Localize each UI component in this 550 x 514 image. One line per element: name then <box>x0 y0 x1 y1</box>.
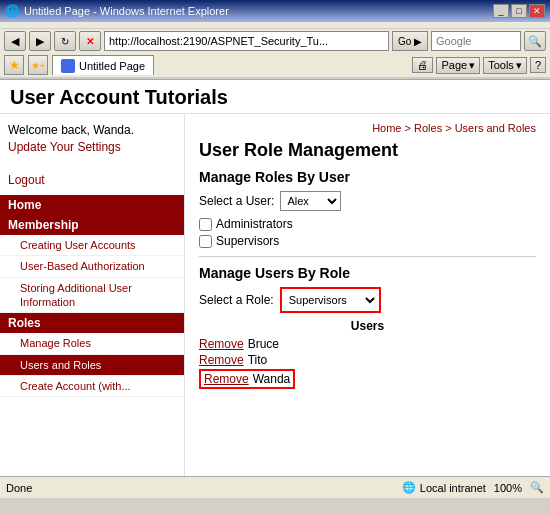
zoom-icon: 🔍 <box>530 481 544 494</box>
menu-help[interactable] <box>75 24 79 26</box>
checkbox-supervisors-label: Supervisors <box>216 234 279 248</box>
sidebar-home-header[interactable]: Home <box>0 195 184 215</box>
update-settings-link[interactable]: Update Your Settings <box>8 139 176 156</box>
status-text: Done <box>6 482 32 494</box>
checkbox-administrators-label: Administrators <box>216 217 293 231</box>
close-button[interactable]: ✕ <box>529 4 545 18</box>
page-layout: Welcome back, Wanda. Update Your Setting… <box>0 114 550 476</box>
sidebar-roles-header: Roles <box>0 313 184 333</box>
breadcrumb-current: Users and Roles <box>455 122 536 134</box>
role-select[interactable]: Administrators Supervisors <box>283 290 378 310</box>
menu-file[interactable] <box>5 24 9 26</box>
breadcrumb: Home > Roles > Users and Roles <box>199 122 536 134</box>
select-role-row: Select a Role: Administrators Supervisor… <box>199 287 536 313</box>
window-title: Untitled Page - Windows Internet Explore… <box>24 5 229 17</box>
help-label: ? <box>535 59 541 71</box>
user-select[interactable]: Alex Bruce Tito Wanda <box>280 191 341 211</box>
refresh-button[interactable]: ↻ <box>54 31 76 51</box>
sidebar: Welcome back, Wanda. Update Your Setting… <box>0 114 185 476</box>
search-input[interactable] <box>431 31 521 51</box>
maximize-button[interactable]: □ <box>511 4 527 18</box>
select-user-label: Select a User: <box>199 194 274 208</box>
sidebar-item-storing-user-info[interactable]: Storing Additional User Information <box>0 278 184 314</box>
tools-label: Tools <box>488 59 514 71</box>
user-bruce-name: Bruce <box>248 337 279 351</box>
minimize-button[interactable]: _ <box>493 4 509 18</box>
page-menu-button[interactable]: Page ▾ <box>436 57 480 74</box>
toolbar-row: ★ ★+ Untitled Page 🖨 Page ▾ Tools ▾ ? <box>0 53 550 79</box>
add-favorites-button[interactable]: ★+ <box>28 55 48 75</box>
sidebar-item-users-and-roles[interactable]: Users and Roles <box>0 355 184 376</box>
sidebar-section-membership: Membership Creating User Accounts User-B… <box>0 215 184 313</box>
status-zone: 🌐 Local intranet <box>402 481 486 494</box>
content-title: User Role Management <box>199 140 536 161</box>
sidebar-welcome: Welcome back, Wanda. Update Your Setting… <box>0 122 184 195</box>
browser-icon: 🌐 <box>5 4 20 18</box>
status-bar: Done 🌐 Local intranet 100% 🔍 <box>0 476 550 498</box>
help-button[interactable]: ? <box>530 57 546 73</box>
remove-bruce-link[interactable]: Remove <box>199 337 244 351</box>
page-label: Page <box>441 59 467 71</box>
divider <box>199 256 536 257</box>
stop-button[interactable]: ✕ <box>79 31 101 51</box>
back-button[interactable]: ◀ <box>4 31 26 51</box>
print-button[interactable]: 🖨 <box>412 57 433 73</box>
manage-by-user-title: Manage Roles By User <box>199 169 536 185</box>
go-button[interactable]: Go ▶ <box>392 31 428 51</box>
title-bar: 🌐 Untitled Page - Windows Internet Explo… <box>0 0 550 22</box>
select-role-label: Select a Role: <box>199 293 274 307</box>
tools-menu-button[interactable]: Tools ▾ <box>483 57 527 74</box>
select-user-row: Select a User: Alex Bruce Tito Wanda <box>199 191 536 211</box>
forward-button[interactable]: ▶ <box>29 31 51 51</box>
breadcrumb-sep1: > Roles > <box>405 122 455 134</box>
sidebar-item-user-based-auth[interactable]: User-Based Authorization <box>0 256 184 277</box>
tab-area: Untitled Page <box>52 55 154 75</box>
checkbox-supervisors[interactable] <box>199 235 212 248</box>
manage-by-role-title: Manage Users By Role <box>199 265 536 281</box>
user-tito-name: Tito <box>248 353 268 367</box>
address-input[interactable] <box>104 31 389 51</box>
sidebar-section-home: Home <box>0 195 184 215</box>
users-table: Users Remove Bruce Remove Tito Remove Wa… <box>199 319 536 389</box>
status-right: 🌐 Local intranet 100% 🔍 <box>402 481 544 494</box>
sidebar-membership-header: Membership <box>0 215 184 235</box>
menu-tools[interactable] <box>61 24 65 26</box>
toolbar-right: 🖨 Page ▾ Tools ▾ ? <box>412 57 546 74</box>
checkbox-supervisors-row: Supervisors <box>199 234 536 248</box>
tab-label: Untitled Page <box>79 60 145 72</box>
zoom-level: 100% <box>494 482 522 494</box>
remove-tito-link[interactable]: Remove <box>199 353 244 367</box>
users-header: Users <box>199 319 536 333</box>
main-content: Home > Roles > Users and Roles User Role… <box>185 114 550 476</box>
browser-tab[interactable]: Untitled Page <box>52 55 154 75</box>
ie-chrome: ◀ ▶ ↻ ✕ Go ▶ 🔍 ★ ★+ Untitled Page 🖨 Page… <box>0 22 550 80</box>
search-go-button[interactable]: 🔍 <box>524 31 546 51</box>
remove-wanda-link[interactable]: Remove <box>204 372 249 386</box>
logout-link[interactable]: Logout <box>8 172 176 189</box>
breadcrumb-home[interactable]: Home <box>372 122 401 134</box>
checkbox-administrators[interactable] <box>199 218 212 231</box>
zone-icon: 🌐 <box>402 481 416 494</box>
zone-text: Local intranet <box>420 482 486 494</box>
user-wanda-name: Wanda <box>253 372 291 386</box>
checkbox-administrators-row: Administrators <box>199 217 536 231</box>
user-row-bruce: Remove Bruce <box>199 337 536 351</box>
menu-favorites[interactable] <box>47 24 51 26</box>
menu-bar <box>0 22 550 29</box>
sidebar-section-roles: Roles Manage Roles Users and Roles Creat… <box>0 313 184 397</box>
page-header: User Account Tutorials <box>0 80 550 114</box>
menu-view[interactable] <box>33 24 37 26</box>
page-main-heading: User Account Tutorials <box>10 86 540 109</box>
role-select-box: Administrators Supervisors <box>280 287 381 313</box>
browser-content: User Account Tutorials Welcome back, Wan… <box>0 80 550 476</box>
welcome-text: Welcome back, Wanda. <box>8 123 134 137</box>
sidebar-item-create-account[interactable]: Create Account (with... <box>0 376 184 397</box>
wanda-row-highlighted: Remove Wanda <box>199 369 295 389</box>
user-row-wanda: Remove Wanda <box>199 369 536 389</box>
sidebar-item-manage-roles[interactable]: Manage Roles <box>0 333 184 354</box>
window-controls[interactable]: _ □ ✕ <box>493 4 545 18</box>
menu-edit[interactable] <box>19 24 23 26</box>
sidebar-item-creating-user-accounts[interactable]: Creating User Accounts <box>0 235 184 256</box>
favorites-star-button[interactable]: ★ <box>4 55 24 75</box>
tab-icon <box>61 59 75 73</box>
